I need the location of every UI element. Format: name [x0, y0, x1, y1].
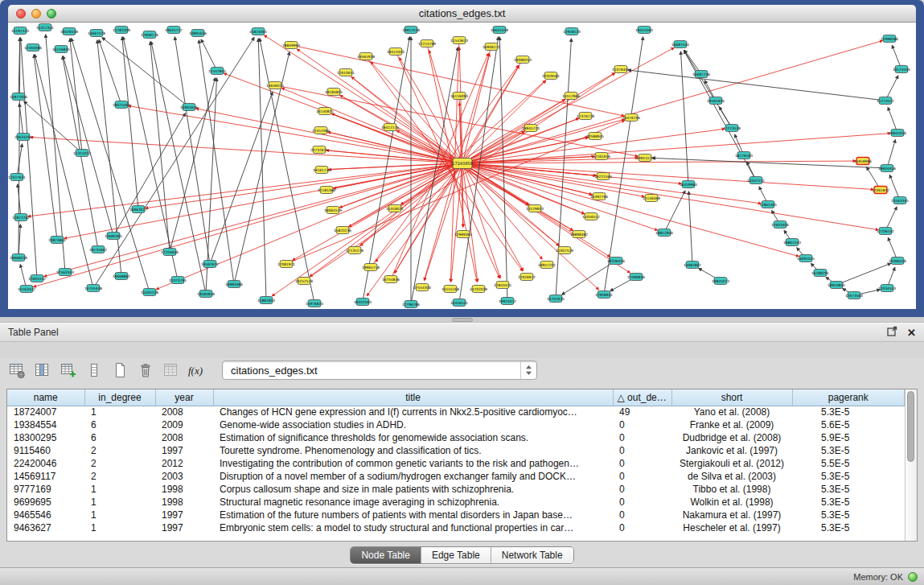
cell-year[interactable]: 1997: [155, 509, 213, 521]
graph-node[interactable]: 19366556: [889, 257, 906, 265]
cell-out_degree[interactable]: 49: [613, 406, 671, 418]
graph-node[interactable]: 11274512: [877, 97, 894, 105]
show-columns-button[interactable]: [32, 360, 53, 381]
graph-edge[interactable]: [681, 51, 688, 181]
graph-node[interactable]: 11283309: [113, 27, 130, 34]
graph-edge[interactable]: [610, 278, 634, 291]
graph-node[interactable]: 10588945: [586, 133, 604, 140]
graph-edge[interactable]: [211, 92, 273, 261]
graph-node[interactable]: 16116835: [52, 46, 70, 53]
graph-node[interactable]: 16642438: [491, 27, 508, 34]
cell-year[interactable]: 1997: [155, 521, 213, 534]
graph-edge[interactable]: [72, 39, 149, 290]
cell-year[interactable]: 2009: [155, 418, 213, 431]
graph-edge[interactable]: [122, 37, 138, 206]
graph-edge[interactable]: [466, 164, 761, 204]
graph-edge[interactable]: [684, 51, 730, 126]
graph-node[interactable]: 14646025: [266, 82, 284, 89]
network-canvas[interactable]: 1724085819565938126106511818480516140871…: [8, 23, 916, 309]
column-header-name[interactable]: name: [7, 389, 84, 406]
graph-node[interactable]: 16459964: [680, 181, 697, 188]
cell-title[interactable]: Tourette syndrome. Phenomenology and cla…: [213, 444, 613, 457]
graph-edge[interactable]: [46, 35, 65, 269]
graph-node[interactable]: 10891636: [189, 30, 207, 37]
cell-pagerank[interactable]: 5.9E-5: [792, 431, 905, 444]
graph-node[interactable]: 15312341: [36, 24, 54, 31]
cell-name[interactable]: 14569117: [7, 470, 84, 483]
graph-node[interactable]: 12161656: [593, 153, 610, 160]
graph-edge[interactable]: [34, 55, 56, 237]
create-column-button[interactable]: [58, 360, 79, 381]
column-header-title[interactable]: title: [213, 389, 613, 406]
graph-edge[interactable]: [102, 38, 187, 105]
column-header-year[interactable]: year: [155, 389, 213, 406]
graph-node[interactable]: 11315012: [73, 150, 91, 157]
graph-node[interactable]: 18957038: [402, 27, 420, 34]
graph-node[interactable]: 14702635: [547, 295, 565, 303]
graph-node[interactable]: 17206142: [877, 228, 894, 235]
graph-node[interactable]: 16687544: [671, 41, 689, 48]
graph-node[interactable]: 17240858: [452, 159, 472, 169]
table-row[interactable]: 2242004622012Investigating the contribut…: [7, 457, 905, 470]
graph-node[interactable]: 17563343: [56, 269, 74, 276]
graph-node[interactable]: 17554300: [413, 284, 431, 291]
graph-node[interactable]: 17376728: [577, 113, 594, 120]
graph-node[interactable]: 15056512: [582, 213, 600, 220]
cell-title[interactable]: Investigating the contribution of common…: [213, 457, 613, 470]
graph-edge[interactable]: [889, 175, 898, 197]
graph-node[interactable]: 18957201: [538, 262, 556, 269]
graph-node[interactable]: 16983466: [225, 281, 243, 288]
graph-edge[interactable]: [867, 167, 879, 187]
function-builder-button[interactable]: f(x): [187, 360, 207, 381]
graph-node[interactable]: 20359581: [542, 72, 560, 80]
cell-short[interactable]: Yano et al. (2008): [671, 406, 792, 418]
graph-node[interactable]: 18221564: [594, 173, 612, 180]
table-row[interactable]: 1938455462009Genome-wide association stu…: [7, 418, 905, 431]
cell-title[interactable]: Estimation of significance thresholds fo…: [213, 431, 613, 444]
graph-node[interactable]: 16492766: [590, 193, 608, 200]
graph-node[interactable]: 17027631: [8, 174, 26, 181]
graph-node[interactable]: 11543613: [450, 37, 468, 44]
graph-node[interactable]: 18849993: [282, 42, 300, 49]
graph-node[interactable]: 14872006: [10, 93, 27, 101]
cell-pagerank[interactable]: 5.3E-5: [792, 406, 905, 418]
graph-node[interactable]: 17452084: [312, 127, 330, 134]
graph-edge[interactable]: [63, 56, 112, 233]
cell-title[interactable]: Corpus callosum shape and size in male p…: [213, 483, 613, 496]
cell-out_degree[interactable]: 0: [613, 509, 671, 521]
graph-node[interactable]: 19861543: [783, 239, 801, 246]
cell-title[interactable]: Structural magnetic resonance image aver…: [213, 496, 613, 509]
graph-node[interactable]: 21185388: [318, 187, 335, 194]
graph-node[interactable]: 15824065: [249, 28, 267, 35]
graph-node[interactable]: 11007529: [556, 247, 573, 254]
table-row[interactable]: 977716911998Corpus callosum shape and si…: [7, 483, 905, 496]
graph-node[interactable]: 10197533: [11, 27, 29, 35]
table-mode-button[interactable]: [6, 360, 27, 381]
graph-node[interactable]: 18025464: [113, 101, 130, 109]
cell-pagerank[interactable]: 5.3E-5: [792, 483, 905, 496]
graph-node[interactable]: 11882853: [257, 297, 275, 304]
graph-node[interactable]: 17089856: [627, 274, 645, 281]
cell-short[interactable]: Dudbridge et al. (2008): [671, 431, 792, 444]
cell-title[interactable]: Disruption of a novel member of a sodium…: [213, 470, 613, 483]
tab-network-table[interactable]: Network Table: [491, 547, 573, 563]
graph-edge[interactable]: [201, 39, 216, 68]
graph-node[interactable]: 12796786: [402, 301, 420, 308]
cell-in_degree[interactable]: 6: [84, 431, 155, 444]
tab-edge-table[interactable]: Edge Table: [421, 547, 491, 563]
cell-name[interactable]: 9115460: [7, 444, 84, 457]
column-header-out_degree[interactable]: △ out_de…: [613, 389, 671, 406]
cell-short[interactable]: Wolkin et al. (1998): [671, 496, 792, 509]
cell-year[interactable]: 1998: [155, 483, 213, 496]
graph-edge[interactable]: [684, 50, 700, 71]
cell-short[interactable]: Tibbo et al. (1998): [671, 483, 792, 496]
graph-node[interactable]: 17999365: [454, 231, 472, 238]
graph-edge[interactable]: [888, 107, 896, 130]
graph-node[interactable]: 12034553: [878, 285, 896, 292]
graph-node[interactable]: 19915574: [636, 154, 654, 162]
graph-node[interactable]: 18414403: [387, 48, 405, 56]
graph-node[interactable]: 16754836: [382, 276, 400, 283]
cell-short[interactable]: Nakamura et al. (1997): [671, 509, 792, 521]
close-panel-icon[interactable]: ✕: [907, 328, 916, 338]
graph-edge[interactable]: [888, 267, 894, 285]
